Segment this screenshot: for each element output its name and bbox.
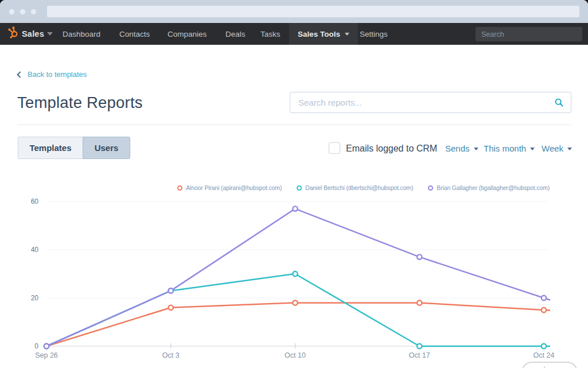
chevron-down-icon (47, 32, 53, 36)
chevron-down-icon (345, 33, 349, 36)
toggle-templates[interactable]: Templates (18, 137, 83, 159)
chart-point-marker[interactable] (293, 206, 297, 211)
nav-item-label: Settings (360, 30, 388, 38)
chart-legend: Alnoor Pirani (apirani@hubspot.com)Danie… (177, 184, 550, 191)
legend-item[interactable]: Brian Gallagher (bgallagher@hubspot.com) (428, 184, 550, 191)
filter-label: Week (542, 144, 563, 153)
address-bar[interactable] (47, 6, 579, 17)
chevron-down-icon (530, 148, 535, 150)
nav-item-label: Companies (168, 30, 207, 38)
legend-item[interactable]: Daniel Bertschi (dbertschi@hubspot.com) (297, 184, 413, 191)
back-to-templates-link[interactable]: Back to templates (18, 70, 87, 79)
filter-label: Sends (445, 144, 470, 153)
y-axis-tick-label: 0 (34, 342, 38, 350)
line-chart: 0204060Sep 26Oct 3Oct 10Oct 17Oct 24 (0, 195, 588, 368)
toggle-users[interactable]: Users (83, 137, 130, 159)
y-axis-tick-label: 60 (31, 197, 39, 206)
legend-item[interactable]: Alnoor Pirani (apirani@hubspot.com) (177, 184, 282, 191)
legend-marker-icon (297, 185, 302, 191)
chart-point-marker[interactable] (417, 344, 422, 348)
chart-point-marker[interactable] (542, 296, 546, 300)
x-axis-tick-label: Oct 24 (534, 351, 555, 359)
legend-marker-icon (428, 185, 433, 191)
emails-logged-checkbox[interactable] (329, 142, 340, 154)
chart-point-marker[interactable] (542, 344, 546, 348)
chart-series-line (46, 209, 550, 346)
window-dot-icon[interactable] (20, 9, 25, 14)
window-dot-icon[interactable] (31, 9, 36, 14)
nav-item-settings[interactable]: Settings (360, 23, 388, 45)
legend-label: Alnoor Pirani (apirani@hubspot.com) (186, 184, 282, 191)
nav-item-label: Dashboard (63, 30, 100, 38)
search-icon[interactable] (555, 98, 563, 107)
chart-series-line (46, 303, 550, 346)
nav-search-input[interactable] (476, 27, 582, 41)
chart-point-marker[interactable] (44, 344, 49, 348)
y-axis-tick-label: 40 (31, 246, 39, 254)
nav-brand-label: Sales (22, 29, 44, 38)
window-dot-icon[interactable] (9, 9, 14, 14)
chart-point-marker[interactable] (417, 254, 422, 259)
chart-point-marker[interactable] (417, 300, 422, 305)
nav-item-companies[interactable]: Companies (168, 23, 207, 45)
filter-sends[interactable]: Sends (445, 144, 478, 153)
header-divider (17, 125, 571, 125)
chart-point-marker[interactable] (293, 300, 297, 305)
nav-item-deals[interactable]: Deals (225, 23, 246, 45)
window-control-dots (9, 9, 36, 14)
chart-series-line (46, 274, 550, 346)
y-axis-tick-label: 20 (31, 294, 39, 302)
help-widget-pill[interactable] (521, 362, 578, 368)
chart-point-marker[interactable] (169, 305, 173, 310)
nav-item-contacts[interactable]: Contacts (119, 23, 150, 45)
nav-item-sales-tools[interactable]: Sales Tools (289, 23, 358, 45)
x-axis-tick-label: Oct 3 (162, 351, 180, 359)
chart-point-marker[interactable] (542, 308, 546, 312)
view-toggle-group: TemplatesUsers (18, 137, 130, 159)
nav-item-label: Sales Tools (298, 30, 340, 38)
filter-this-month[interactable]: This month (484, 144, 535, 153)
chevron-down-icon (474, 148, 478, 150)
nav-item-tasks[interactable]: Tasks (260, 23, 281, 45)
chevron-down-icon (567, 148, 572, 150)
browser-chrome-bar (0, 0, 588, 23)
nav-item-label: Tasks (260, 30, 281, 38)
app-window: Sales DashboardContactsCompaniesDealsTas… (0, 0, 588, 368)
report-search-box (290, 92, 571, 113)
legend-marker-icon (177, 185, 182, 191)
chevron-left-icon (17, 71, 23, 78)
legend-label: Daniel Bertschi (dbertschi@hubspot.com) (305, 184, 413, 191)
filter-week[interactable]: Week (542, 144, 572, 153)
page-title: Template Reports (17, 94, 143, 112)
report-search-input[interactable] (290, 92, 571, 113)
nav-item-label: Contacts (119, 30, 150, 38)
page-content: Back to templates Template Reports Templ… (0, 45, 588, 368)
chart-point-marker[interactable] (169, 288, 173, 293)
x-axis-tick-label: Oct 10 (285, 351, 306, 359)
hubspot-sprocket-icon[interactable] (7, 26, 20, 38)
x-axis-tick-label: Oct 17 (409, 351, 430, 359)
filter-label: This month (484, 144, 526, 153)
x-axis-tick-label: Sep 26 (35, 351, 58, 359)
chart-point-marker[interactable] (293, 272, 297, 276)
emails-logged-label: Emails logged to CRM (346, 144, 437, 154)
nav-item-label: Deals (225, 30, 246, 38)
nav-brand-sales[interactable]: Sales (22, 23, 44, 45)
nav-item-dashboard[interactable]: Dashboard (63, 23, 100, 45)
legend-label: Brian Gallagher (bgallagher@hubspot.com) (437, 184, 550, 191)
back-link-label: Back to templates (28, 70, 87, 79)
